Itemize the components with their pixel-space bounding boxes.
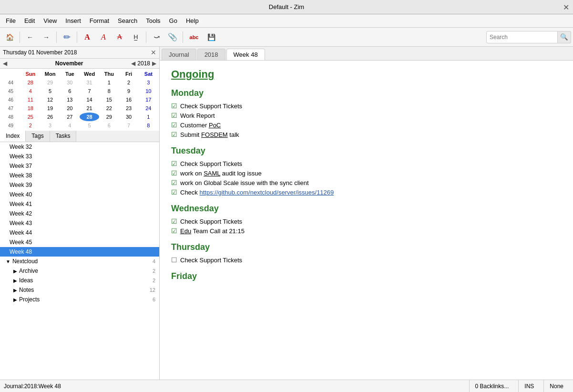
cal-day[interactable]: 5 — [41, 87, 60, 95]
tree-week-item[interactable]: Week 32 — [0, 142, 159, 152]
tab-tasks[interactable]: Tasks — [50, 131, 77, 142]
attach-button[interactable]: 📎 — [165, 30, 180, 44]
cal-day[interactable]: 6 — [99, 121, 119, 130]
italic-button[interactable]: A — [96, 30, 111, 44]
cal-day[interactable]: 28 — [80, 113, 99, 121]
checklist-item[interactable]: ☑Edu Team Call at 21:15 — [171, 227, 562, 235]
checklist-item[interactable]: ☑Check https://github.com/nextcloud/serv… — [171, 188, 562, 196]
menu-item-insert[interactable]: Insert — [61, 16, 85, 26]
cal-day[interactable]: 2 — [119, 78, 139, 87]
cal-day[interactable]: 7 — [119, 121, 139, 130]
edit-button[interactable]: ✏ — [59, 30, 74, 44]
cal-day[interactable]: 25 — [20, 113, 40, 121]
cal-day[interactable]: 23 — [119, 104, 139, 113]
cal-day[interactable]: 13 — [60, 95, 80, 104]
tree-week-item[interactable]: Week 39 — [0, 180, 159, 190]
menu-item-help[interactable]: Help — [182, 16, 203, 26]
notebook-tab-2018[interactable]: 2018 — [197, 49, 225, 60]
cal-day[interactable]: 17 — [139, 95, 158, 104]
cal-day[interactable]: 3 — [139, 78, 158, 87]
notebook-tab-week-48[interactable]: Week 48 — [226, 49, 265, 60]
cal-day[interactable]: 15 — [99, 95, 119, 104]
save-button[interactable]: 💾 — [204, 30, 219, 44]
tree-week-item[interactable]: Week 40 — [0, 190, 159, 199]
cal-day[interactable]: 1 — [139, 113, 158, 121]
cal-day[interactable]: 4 — [20, 87, 40, 95]
cal-day[interactable]: 2 — [20, 121, 40, 130]
tree-week-item[interactable]: Week 44 — [0, 228, 159, 237]
link-button[interactable]: ⤻ — [149, 30, 164, 44]
cal-day[interactable]: 30 — [60, 78, 80, 87]
search-input[interactable] — [486, 31, 558, 43]
checklist-item[interactable]: ☑work on Global Scale issue with the syn… — [171, 179, 562, 186]
cal-day[interactable]: 27 — [60, 113, 80, 121]
cal-day[interactable]: 26 — [41, 113, 60, 121]
cal-day[interactable]: 30 — [119, 113, 139, 121]
back-button[interactable]: ← — [22, 30, 38, 44]
tab-tags[interactable]: Tags — [26, 131, 50, 142]
menu-item-view[interactable]: View — [40, 16, 61, 26]
checklist-item[interactable]: ☑Check Support Tickets — [171, 160, 562, 167]
prev-year-button[interactable]: ◀ — [131, 60, 135, 67]
tree-week-item[interactable]: Week 38 — [0, 171, 159, 180]
cal-day[interactable]: 8 — [139, 121, 158, 130]
checklist-item[interactable]: ☑Check Support Tickets — [171, 102, 562, 110]
tree-week-item[interactable]: Week 37 — [0, 161, 159, 171]
tree-child-item[interactable]: ▶Projects6 — [0, 295, 159, 304]
tree-nextcloud[interactable]: ▼Nextcloud4 — [0, 257, 159, 266]
cal-day[interactable]: 1 — [99, 78, 119, 87]
cal-day[interactable]: 18 — [20, 104, 40, 113]
checklist-item[interactable]: ☑Check Support Tickets — [171, 217, 562, 225]
cal-day[interactable]: 12 — [41, 95, 60, 104]
bold-button[interactable]: A — [80, 30, 95, 44]
checklist-item[interactable]: ☐Check Support Tickets — [171, 256, 562, 264]
prev-month-button[interactable]: ◀ — [3, 60, 7, 67]
forward-button[interactable]: → — [39, 30, 54, 44]
cal-day[interactable]: 16 — [119, 95, 139, 104]
checklist-item[interactable]: ☑Work Report — [171, 112, 562, 119]
cal-day[interactable]: 7 — [80, 87, 99, 95]
tree-week-item[interactable]: Week 43 — [0, 218, 159, 228]
checklist-item[interactable]: ☑Submit FOSDEM talk — [171, 131, 562, 138]
cal-day[interactable]: 4 — [60, 121, 80, 130]
cal-day[interactable]: 14 — [80, 95, 99, 104]
tree-child-item[interactable]: ▶Ideas2 — [0, 276, 159, 285]
cal-day[interactable]: 9 — [119, 87, 139, 95]
tree-week-item[interactable]: Week 45 — [0, 237, 159, 247]
checklist-item[interactable]: ☑work on SAML audit log issue — [171, 169, 562, 177]
tree-week-item[interactable]: Week 33 — [0, 152, 159, 161]
cal-day[interactable]: 29 — [99, 113, 119, 121]
cal-day[interactable]: 24 — [139, 104, 158, 113]
cal-day[interactable]: 28 — [20, 78, 40, 87]
menu-item-search[interactable]: Search — [114, 16, 141, 26]
search-button[interactable]: 🔍 — [558, 31, 571, 43]
checklist-item[interactable]: ☑Customer PoC — [171, 121, 562, 129]
cal-day[interactable]: 10 — [139, 87, 158, 95]
statusbar-backlinks[interactable]: 0 Backlinks... — [469, 380, 515, 392]
menu-item-tools[interactable]: Tools — [142, 16, 164, 26]
next-year-button[interactable]: ▶ — [152, 60, 156, 67]
tab-index[interactable]: Index — [0, 131, 26, 142]
calendar-close-icon[interactable]: ✕ — [151, 49, 156, 56]
tree-week-item[interactable]: Week 48 — [0, 247, 159, 257]
cal-day[interactable]: 3 — [41, 121, 60, 130]
cal-day[interactable]: 6 — [60, 87, 80, 95]
strikethrough-button[interactable]: A — [112, 30, 127, 44]
menu-item-go[interactable]: Go — [165, 16, 181, 26]
tree-child-item[interactable]: ▶Archive2 — [0, 266, 159, 276]
menu-item-format[interactable]: Format — [86, 16, 113, 26]
cal-day[interactable]: 22 — [99, 104, 119, 113]
menu-item-file[interactable]: File — [2, 16, 20, 26]
cal-day[interactable]: 21 — [80, 104, 99, 113]
cal-day[interactable]: 5 — [80, 121, 99, 130]
tree-child-item[interactable]: ▶Notes12 — [0, 285, 159, 295]
cal-day[interactable]: 11 — [20, 95, 40, 104]
menu-item-edit[interactable]: Edit — [20, 16, 39, 26]
cal-day[interactable]: 20 — [60, 104, 80, 113]
highlight-button[interactable]: H̲ — [128, 30, 143, 44]
close-icon[interactable]: ✕ — [563, 2, 569, 11]
cal-day[interactable]: 31 — [80, 78, 99, 87]
tree-week-item[interactable]: Week 41 — [0, 199, 159, 209]
cal-day[interactable]: 19 — [41, 104, 60, 113]
cal-day[interactable]: 8 — [99, 87, 119, 95]
